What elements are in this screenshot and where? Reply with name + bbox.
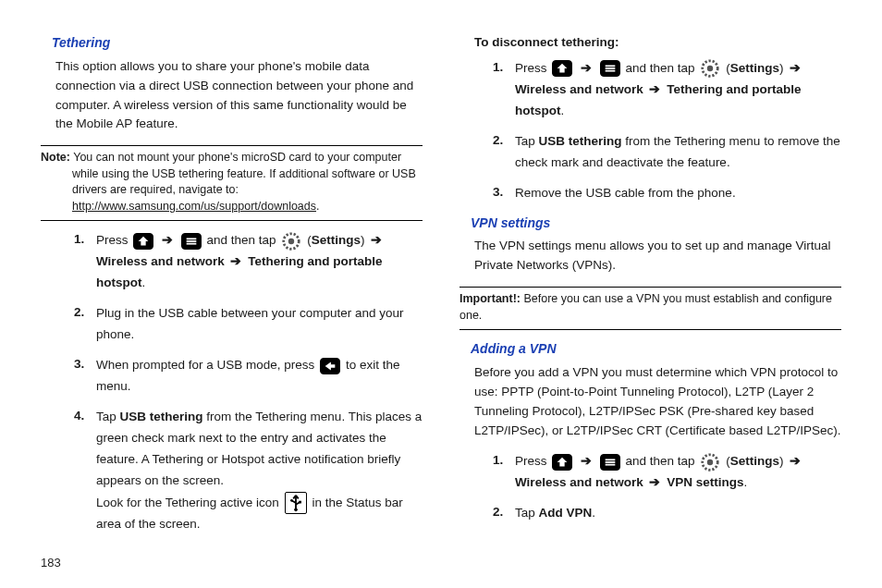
important-box: Important!: Before you can use a VPN you… <box>459 287 841 330</box>
step-body: Press ➔ and then tap (Settings) ➔ Wirele… <box>96 230 423 294</box>
home-icon <box>552 454 572 471</box>
back-icon <box>320 358 340 374</box>
step-number: 3. <box>74 355 96 398</box>
svg-point-4 <box>288 239 294 244</box>
step-body: Tap USB tethering from the Tethering men… <box>96 407 423 535</box>
svg-rect-7 <box>299 500 301 503</box>
step: 1. Press ➔ and then tap (Settings) ➔ Wir… <box>74 230 423 294</box>
svg-rect-14 <box>605 461 615 463</box>
menu-icon <box>600 454 620 471</box>
svg-rect-8 <box>605 66 615 67</box>
step-number: 1. <box>74 230 96 294</box>
step-number: 3. <box>493 183 515 204</box>
step-body: Remove the USB cable from the phone. <box>515 183 841 204</box>
svg-rect-0 <box>186 238 196 239</box>
note-box: Note: You can not mount your phone's mic… <box>41 145 423 221</box>
step: 4. Tap USB tethering from the Tethering … <box>74 407 423 535</box>
step: 3. When prompted for a USB mode, press t… <box>74 355 423 398</box>
step: 3. Remove the USB cable from the phone. <box>493 183 841 204</box>
home-icon <box>133 233 153 250</box>
step-number: 2. <box>74 303 96 346</box>
add-vpn-intro: Before you add a VPN you must determine … <box>474 363 841 441</box>
tethering-intro: This option allows you to share your pho… <box>55 57 423 135</box>
arrow-icon: ➔ <box>159 230 176 251</box>
svg-rect-1 <box>186 240 196 242</box>
add-vpn-steps: 1. Press ➔ and then tap (Settings) ➔ Wir… <box>459 451 841 524</box>
svg-rect-15 <box>605 464 615 466</box>
step-number: 4. <box>74 407 96 535</box>
step: 1. Press ➔ and then tap (Settings) ➔ Wir… <box>493 451 841 494</box>
left-column: Tethering This option allows you to shar… <box>41 33 423 566</box>
settings-gear-icon <box>281 231 301 251</box>
step-body: Plug in the USB cable between your compu… <box>96 303 423 346</box>
step-body: Tap USB tethering from the Tethering men… <box>515 131 841 174</box>
step-body: Tap Add VPN. <box>515 503 841 524</box>
right-column: To disconnect tethering: 1. Press ➔ and … <box>459 33 841 566</box>
section-title-add-vpn: Adding a VPN <box>471 339 841 360</box>
step: 2. Plug in the USB cable between your co… <box>74 303 423 346</box>
svg-rect-13 <box>605 459 615 460</box>
step-number: 2. <box>493 131 515 174</box>
note-link[interactable]: http://www.samsung.com/us/support/downlo… <box>72 200 316 213</box>
step-number: 1. <box>493 58 515 122</box>
svg-point-5 <box>294 508 298 511</box>
note-period: . <box>316 200 319 213</box>
important-label: Important!: <box>459 292 521 305</box>
svg-point-17 <box>707 459 713 465</box>
section-title-vpn: VPN settings <box>471 214 841 234</box>
step: 1. Press ➔ and then tap (Settings) ➔ Wir… <box>493 58 841 122</box>
menu-icon <box>600 60 620 77</box>
home-icon <box>552 60 572 77</box>
step-body: Press ➔ and then tap (Settings) ➔ Wirele… <box>515 58 841 122</box>
disconnect-heading: To disconnect tethering: <box>474 33 841 53</box>
svg-rect-2 <box>186 243 196 245</box>
step-body: When prompted for a USB mode, press to e… <box>96 355 423 398</box>
note-label: Note: <box>41 151 70 164</box>
tethering-steps: 1. Press ➔ and then tap (Settings) ➔ Wir… <box>41 230 423 534</box>
step-number: 1. <box>493 451 515 494</box>
settings-gear-icon <box>700 452 720 472</box>
manual-page: Tethering This option allows you to shar… <box>0 0 882 588</box>
svg-rect-10 <box>605 70 615 72</box>
step: 2. Tap USB tethering from the Tethering … <box>493 131 841 174</box>
arrow-icon: ➔ <box>578 451 594 472</box>
step-number: 2. <box>493 503 515 524</box>
arrow-icon: ➔ <box>578 58 594 80</box>
note-text: You can not mount your phone's microSD c… <box>70 151 416 196</box>
usb-tether-status-icon <box>285 492 307 514</box>
disconnect-steps: 1. Press ➔ and then tap (Settings) ➔ Wir… <box>459 58 841 204</box>
svg-rect-9 <box>605 67 615 69</box>
step: 2. Tap Add VPN. <box>493 503 841 524</box>
settings-gear-icon <box>700 58 720 79</box>
svg-point-12 <box>707 66 713 71</box>
step-body: Press ➔ and then tap (Settings) ➔ Wirele… <box>515 451 841 494</box>
page-number: 183 <box>41 556 61 570</box>
section-title-tethering: Tethering <box>52 33 423 54</box>
vpn-intro: The VPN settings menu allows you to set … <box>474 237 841 276</box>
menu-icon <box>181 233 202 250</box>
svg-point-6 <box>290 499 293 502</box>
